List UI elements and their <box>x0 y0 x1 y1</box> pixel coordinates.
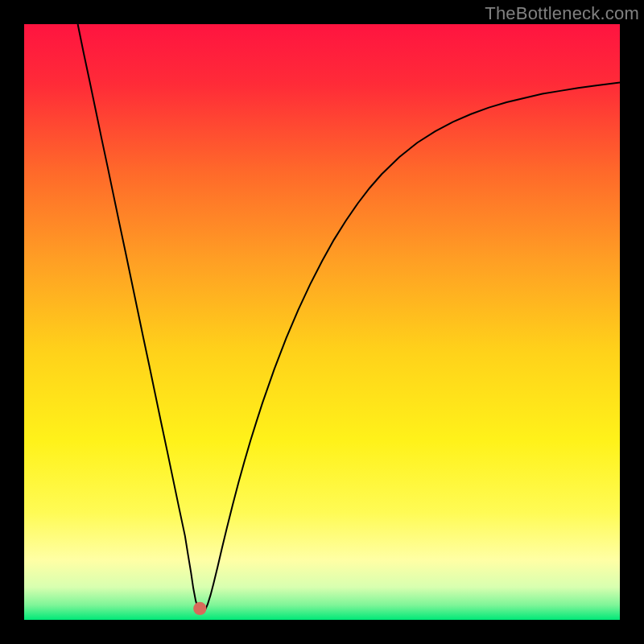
chart-plot <box>24 24 620 620</box>
plot-background <box>24 24 620 620</box>
chart-frame: TheBottleneck.com <box>0 0 644 644</box>
optimal-point-marker <box>193 602 206 615</box>
watermark-text: TheBottleneck.com <box>485 3 639 24</box>
